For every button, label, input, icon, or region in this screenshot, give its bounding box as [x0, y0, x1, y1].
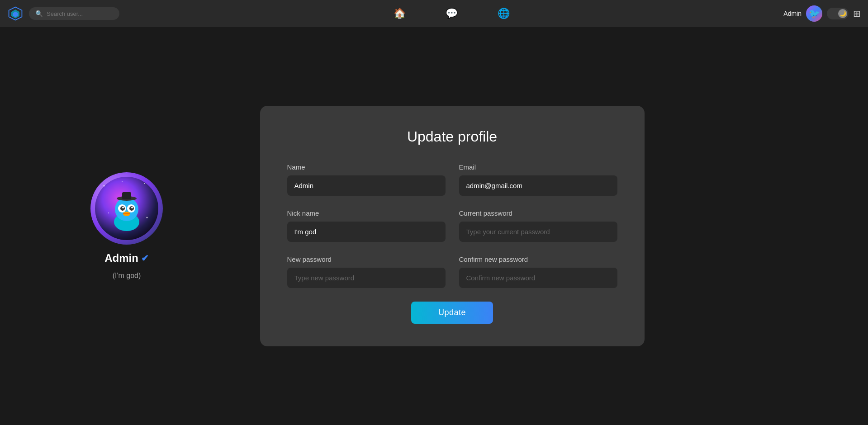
moon-icon: 🌙: [838, 9, 847, 18]
nav-right: Admin 🐦 🌙 ⊞: [783, 5, 861, 22]
form-group-current-password: Current password: [459, 209, 617, 242]
verified-badge: ✔: [141, 253, 149, 264]
name-input[interactable]: [287, 175, 446, 196]
profile-avatar[interactable]: [90, 172, 163, 245]
grid-button[interactable]: ⊞: [853, 8, 861, 19]
update-profile-card: Update profile Name Email Nick name Curr…: [260, 106, 645, 346]
svg-point-5: [144, 183, 145, 184]
name-label: Name: [287, 163, 446, 171]
main-content: Admin ✔ (I'm god) Update profile Name Em…: [0, 27, 868, 425]
nav-center-icons: 🏠 💬 🌐: [125, 6, 778, 21]
new-password-label: New password: [287, 255, 446, 263]
form-row-name-email: Name Email: [287, 163, 617, 196]
email-label: Email: [459, 163, 617, 171]
profile-nickname: (I'm god): [113, 272, 141, 280]
form-group-confirm-password: Confirm new password: [459, 255, 617, 288]
nav-avatar[interactable]: 🐦: [806, 5, 822, 22]
svg-point-17: [122, 207, 124, 208]
form-footer: Update: [287, 302, 617, 324]
search-icon: 🔍: [35, 10, 43, 17]
svg-point-6: [108, 212, 109, 213]
svg-point-18: [131, 207, 133, 208]
navbar: 🔍 🏠 💬 🌐 Admin 🐦 🌙 ⊞: [0, 0, 868, 27]
new-password-input[interactable]: [287, 268, 446, 288]
form-row-new-passwords: New password Confirm new password: [287, 255, 617, 288]
app-logo[interactable]: [7, 5, 24, 22]
current-password-input[interactable]: [459, 222, 617, 242]
form-title: Update profile: [287, 128, 617, 145]
profile-sidebar: Admin ✔ (I'm god): [90, 172, 163, 280]
email-input[interactable]: [459, 175, 617, 196]
nickname-input[interactable]: [287, 222, 446, 242]
home-button[interactable]: 🏠: [392, 6, 408, 21]
form-group-email: Email: [459, 163, 617, 196]
current-password-label: Current password: [459, 209, 617, 217]
nav-user-name: Admin: [783, 10, 802, 17]
confirm-password-label: Confirm new password: [459, 255, 617, 263]
svg-point-8: [122, 181, 123, 182]
form-group-name: Name: [287, 163, 446, 196]
search-input[interactable]: [47, 10, 113, 17]
search-bar[interactable]: 🔍: [29, 7, 119, 20]
update-button[interactable]: Update: [411, 302, 493, 324]
form-group-nickname: Nick name: [287, 209, 446, 242]
form-group-new-password: New password: [287, 255, 446, 288]
nickname-label: Nick name: [287, 209, 446, 217]
svg-point-4: [104, 185, 105, 187]
confirm-password-input[interactable]: [459, 268, 617, 288]
notification-button[interactable]: 🌐: [496, 6, 512, 21]
profile-name: Admin ✔: [104, 252, 149, 264]
theme-toggle[interactable]: 🌙: [827, 8, 849, 19]
svg-rect-12: [122, 192, 131, 199]
messenger-button[interactable]: 💬: [444, 6, 460, 21]
svg-point-7: [147, 217, 148, 218]
form-row-nick-password: Nick name Current password: [287, 209, 617, 242]
